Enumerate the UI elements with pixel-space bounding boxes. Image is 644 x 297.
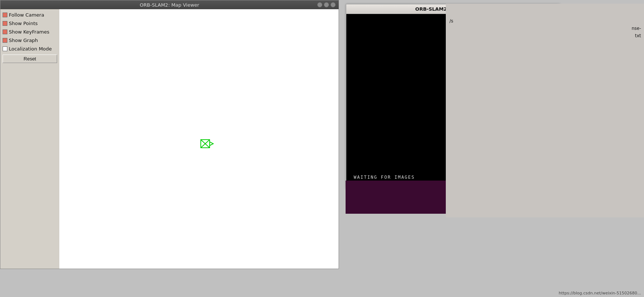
partial-text-2: nse-	[631, 26, 641, 31]
camera-frustum-icon	[199, 138, 214, 150]
right-panel: /s nse- txt	[446, 4, 644, 217]
sidebar: Follow Camera Show Points Show KeyFrames…	[0, 9, 59, 269]
follow-camera-row[interactable]: Follow Camera	[2, 11, 58, 19]
show-keyframes-checkbox[interactable]	[3, 29, 7, 34]
localization-mode-label: Localization Mode	[9, 46, 52, 52]
show-graph-label: Show Graph	[9, 38, 38, 43]
follow-camera-label: Follow Camera	[9, 12, 44, 18]
reset-button[interactable]: Reset	[3, 55, 57, 63]
show-points-row[interactable]: Show Points	[2, 19, 58, 28]
show-keyframes-row[interactable]: Show KeyFrames	[2, 28, 58, 36]
terminal-area	[346, 181, 449, 214]
waiting-text: WAITING FOR IMAGES	[354, 175, 415, 180]
map-viewer-controls	[317, 2, 336, 7]
show-points-checkbox[interactable]	[3, 21, 7, 26]
map-viewer-body: Follow Camera Show Points Show KeyFrames…	[0, 9, 339, 269]
show-graph-row[interactable]: Show Graph	[2, 36, 58, 45]
map-viewer-titlebar: ORB-SLAM2: Map Viewer	[0, 0, 339, 9]
partial-text-1: /s	[449, 18, 453, 24]
follow-camera-checkbox[interactable]	[3, 13, 7, 17]
partial-text-3: txt	[635, 33, 641, 38]
map-viewer-window: ORB-SLAM2: Map Viewer Follow Camera Show…	[0, 0, 339, 269]
show-graph-checkbox[interactable]	[3, 38, 7, 43]
show-points-label: Show Points	[9, 21, 38, 26]
localization-mode-checkbox[interactable]	[3, 46, 7, 51]
map-viewer-title: ORB-SLAM2: Map Viewer	[140, 2, 199, 8]
viewport[interactable]	[59, 9, 339, 269]
show-keyframes-label: Show KeyFrames	[9, 29, 49, 35]
status-bar: https://blog.csdn.net/weixin-51502680...	[0, 288, 644, 297]
map-viewer-maximize-btn[interactable]	[324, 2, 329, 7]
status-url: https://blog.csdn.net/weixin-51502680...	[559, 291, 641, 296]
map-viewer-minimize-btn[interactable]	[317, 2, 322, 7]
map-viewer-close-btn[interactable]	[330, 2, 336, 7]
localization-mode-row[interactable]: Localization Mode	[2, 45, 58, 53]
